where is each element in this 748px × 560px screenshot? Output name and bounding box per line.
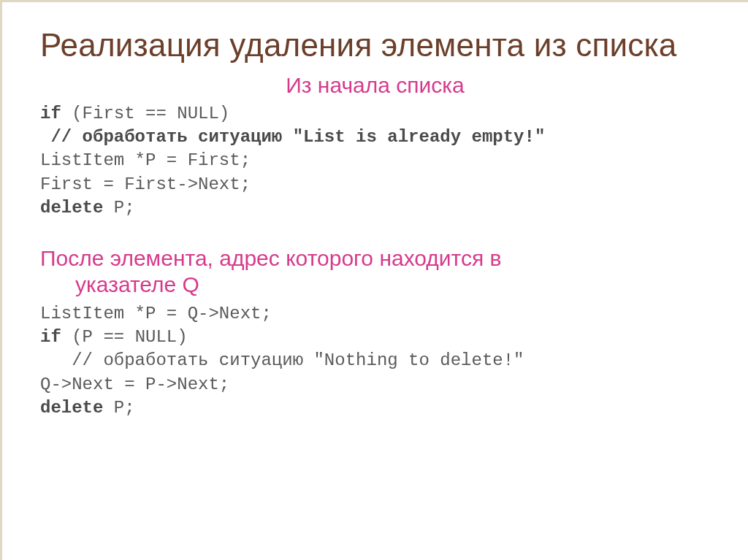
code-text: P;: [103, 398, 134, 418]
keyword-delete: delete: [40, 198, 103, 218]
code-comment: // обработать ситуацию ″Nothing to delet…: [40, 350, 524, 370]
code-text: ListItem *P = Q->Next;: [40, 304, 272, 323]
code-comment: // обработать ситуацию ″List is already …: [40, 127, 545, 147]
keyword-if: if: [40, 104, 61, 123]
keyword-if: if: [40, 327, 61, 347]
slide-title: Реализация удаления элемента из списка: [40, 27, 710, 64]
slide: Реализация удаления элемента из списка И…: [0, 0, 748, 560]
code-text: Q->Next = P->Next;: [40, 375, 229, 394]
code-text: First = First->Next;: [40, 174, 251, 194]
code-text: (First == NULL): [61, 104, 229, 123]
code-text: ListItem *P = First;: [40, 150, 251, 170]
keyword-delete: delete: [40, 398, 103, 418]
code-block-1: if (First == NULL) // обработать ситуаци…: [40, 102, 710, 220]
subtitle2-line2: указателе Q: [40, 272, 710, 298]
code-text: P;: [103, 198, 134, 218]
code-block-2: ListItem *P = Q->Next; if (P == NULL) //…: [40, 302, 710, 421]
subtitle-after-element: После элемента, адрес которого находится…: [40, 245, 710, 298]
subtitle2-line1: После элемента, адрес которого находится…: [40, 246, 502, 270]
subtitle-from-start: Из начала списка: [40, 73, 710, 98]
code-text: (P == NULL): [61, 327, 188, 347]
